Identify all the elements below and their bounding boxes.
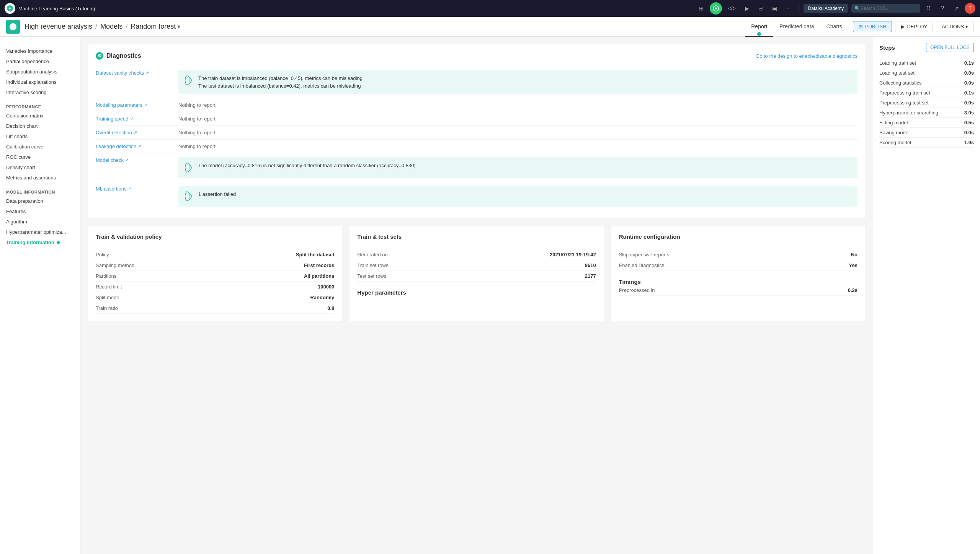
nav-tab-charts[interactable]: Charts xyxy=(820,17,848,37)
step-time-collecting-stats: 0.0s xyxy=(964,80,974,86)
grid-icon-btn[interactable]: ⠿ xyxy=(923,3,934,14)
topbar-actions: ⊞ </> ▶ ⊟ ▣ ··· Dataiku Academy 🔍 ⠿ ? ↗ … xyxy=(696,2,975,15)
sidebar-item-decision-chart[interactable]: Decision chart xyxy=(0,121,80,131)
diag-row-training-speed: Training speed ↗ Nothing to report xyxy=(96,112,858,125)
diag-content-leakage: Nothing to report xyxy=(178,143,858,149)
info-row-skip-reports: Skip expensive reports No xyxy=(619,249,858,260)
step-row-preprocessing-test: Preprocessing test set 0.0s xyxy=(879,98,974,108)
trending-icon-btn[interactable]: ↗ xyxy=(951,3,962,14)
info-val-train-ratio: 0.8 xyxy=(327,305,334,311)
actions-button[interactable]: ACTIONS ▾ xyxy=(936,21,974,32)
publish-icon: ⊞ xyxy=(859,24,863,29)
info-val-split-mode: Randomly xyxy=(310,295,334,300)
breadcrumb-project[interactable]: High revenue analysis xyxy=(24,23,92,31)
sidebar-label-features: Features xyxy=(6,209,26,214)
sidebar-label-decision-chart: Decision chart xyxy=(6,123,38,129)
help-icon-btn[interactable]: ? xyxy=(937,3,948,14)
diag-label-modeling-params-text: Modeling parameters xyxy=(96,102,142,108)
green-icon-btn[interactable] xyxy=(710,2,722,15)
breadcrumb-models[interactable]: Models xyxy=(100,23,122,31)
sidebar-item-partial-dependence[interactable]: Partial dependence xyxy=(0,56,80,67)
sidebar-section-top: Variables importance Partial dependence … xyxy=(0,46,80,98)
sidebar-item-algorithm[interactable]: Algorithm xyxy=(0,217,80,227)
step-row-loading-test: Loading test set 0.0s xyxy=(879,68,974,78)
diagnostics-title: ⚙ Diagnostics xyxy=(96,52,141,60)
more-btn[interactable]: ··· xyxy=(783,4,794,13)
info-row-preprocessed-in: Preprocessed in 0.2s xyxy=(619,285,858,296)
diagnostics-link[interactable]: Go to the design to enable/disable diagn… xyxy=(756,53,858,59)
info-val-train-rows: 8610 xyxy=(585,262,596,268)
sidebar-label-data-preparation: Data preparation xyxy=(6,198,43,204)
sidebar-label-subpopulation-analysis: Subpopulation analysis xyxy=(6,69,57,75)
diagnostics-title-text: Diagnostics xyxy=(106,52,141,59)
info-val-test-rows: 2177 xyxy=(585,273,596,279)
step-name-scoring-model: Scoring model xyxy=(879,140,911,145)
sidebar-item-features[interactable]: Features xyxy=(0,206,80,217)
info-val-preprocessed-in: 0.2s xyxy=(848,287,858,293)
diag-nothing-training-speed: Nothing to report xyxy=(178,116,216,122)
dashboard-btn[interactable]: ▣ xyxy=(769,4,780,13)
play-btn[interactable]: ▶ xyxy=(742,4,752,13)
academy-btn[interactable]: Dataiku Academy xyxy=(804,4,848,13)
search-icon: 🔍 xyxy=(854,6,860,11)
open-logs-button[interactable]: OPEN FULL LOGS xyxy=(926,43,974,52)
sidebar-item-roc-curve[interactable]: ROC curve xyxy=(0,152,80,162)
info-key-enabled-diagnostics: Enabled Diagnostics xyxy=(619,262,665,268)
search-input[interactable] xyxy=(851,4,920,13)
diag-label-dataset-sanity-text: Dataset sanity checks xyxy=(96,70,144,76)
deploy-button[interactable]: ▶ DEPLOY xyxy=(895,21,933,32)
breadcrumb-dropdown-btn[interactable]: ▾ xyxy=(177,23,180,30)
main-layout: Variables importance Partial dependence … xyxy=(0,37,980,554)
info-row-train-rows: Train set rows 8610 xyxy=(357,260,596,271)
step-name-fitting-model: Fitting model xyxy=(879,120,908,125)
step-time-fitting-model: 0.5s xyxy=(964,120,974,125)
sidebar-label-calibration-curve: Calibration curve xyxy=(6,144,44,150)
diag-label-overfit-text: Overfit detection xyxy=(96,130,132,135)
diag-label-ml-assertions[interactable]: ML assertions ↗ xyxy=(96,186,172,192)
step-name-loading-test: Loading test set xyxy=(879,70,915,76)
breadcrumb-logo xyxy=(6,20,20,34)
breadcrumb-model[interactable]: Random forest xyxy=(131,23,176,31)
sidebar-item-interactive-scoring[interactable]: Interactive scoring xyxy=(0,87,80,98)
sidebar-item-variables-importance[interactable]: Variables importance xyxy=(0,46,80,56)
step-row-collecting-stats: Collecting statistics 0.0s xyxy=(879,78,974,88)
sidebar-item-individual-explanations[interactable]: Individual explanations xyxy=(0,77,80,87)
sidebar-item-confusion-matrix[interactable]: Confusion matrix xyxy=(0,111,80,121)
info-val-skip-reports: No xyxy=(851,252,858,257)
diag-label-leakage[interactable]: Leakage detection ↗ xyxy=(96,143,172,149)
info-grid: Train & validation policy Policy Split t… xyxy=(88,226,865,321)
avatar: T xyxy=(965,3,975,14)
step-name-hyperparameter-searching: Hyperparameter searching xyxy=(879,110,938,116)
sidebar-item-data-preparation[interactable]: Data preparation xyxy=(0,196,80,206)
diag-label-overfit[interactable]: Overfit detection ↗ xyxy=(96,130,172,135)
sidebar-item-metrics-assertions[interactable]: Metrics and assertions xyxy=(0,173,80,183)
print-btn[interactable]: ⊟ xyxy=(755,4,766,13)
sidebar-section-title-model-info: MODEL INFORMATION xyxy=(0,187,80,196)
sidebar-item-training-information[interactable]: Training information xyxy=(0,237,80,248)
step-name-preprocessing-train: Preprocessing train set xyxy=(879,90,930,96)
step-row-loading-train: Loading train set 0.1s xyxy=(879,58,974,68)
diag-warning-line-2: The test dataset is imbalanced (balance=… xyxy=(198,82,363,90)
diag-label-training-speed[interactable]: Training speed ↗ xyxy=(96,116,172,122)
sidebar-item-subpopulation-analysis[interactable]: Subpopulation analysis xyxy=(0,67,80,77)
publish-button[interactable]: ⊞ PUBLISH xyxy=(853,21,892,32)
sidebar-item-calibration-curve[interactable]: Calibration curve xyxy=(0,142,80,152)
diag-content-ml-assertions: ! 1 assertion failed xyxy=(178,186,858,207)
diag-label-modeling-params[interactable]: Modeling parameters ↗ xyxy=(96,102,172,108)
diag-label-model-check[interactable]: Model check ↗ xyxy=(96,157,172,163)
sidebar-item-lift-charts[interactable]: Lift charts xyxy=(0,131,80,142)
step-time-preprocessing-test: 0.0s xyxy=(964,100,974,106)
warning-shape-icon-ml: ! xyxy=(185,191,194,202)
diagnostics-icon: ⚙ xyxy=(96,52,103,60)
flow-btn[interactable]: ⊞ xyxy=(696,4,707,13)
external-link-icon-overfit: ↗ xyxy=(134,130,137,135)
code-btn[interactable]: </> xyxy=(725,4,739,13)
diag-content-modeling-params: Nothing to report xyxy=(178,102,858,108)
diag-label-dataset-sanity[interactable]: Dataset sanity checks ↗ xyxy=(96,70,172,76)
nav-tab-predicted-data[interactable]: Predicted data xyxy=(773,17,820,37)
step-time-loading-test: 0.0s xyxy=(964,70,974,76)
sidebar-item-density-chart[interactable]: Density chart xyxy=(0,162,80,173)
diag-warning-box-dataset-sanity: ! The train dataset is imbalanced (balan… xyxy=(178,70,858,94)
warning-shape-icon: ! xyxy=(185,75,194,86)
sidebar-item-hyperparameter[interactable]: Hyperparameter optimiza... xyxy=(0,227,80,237)
